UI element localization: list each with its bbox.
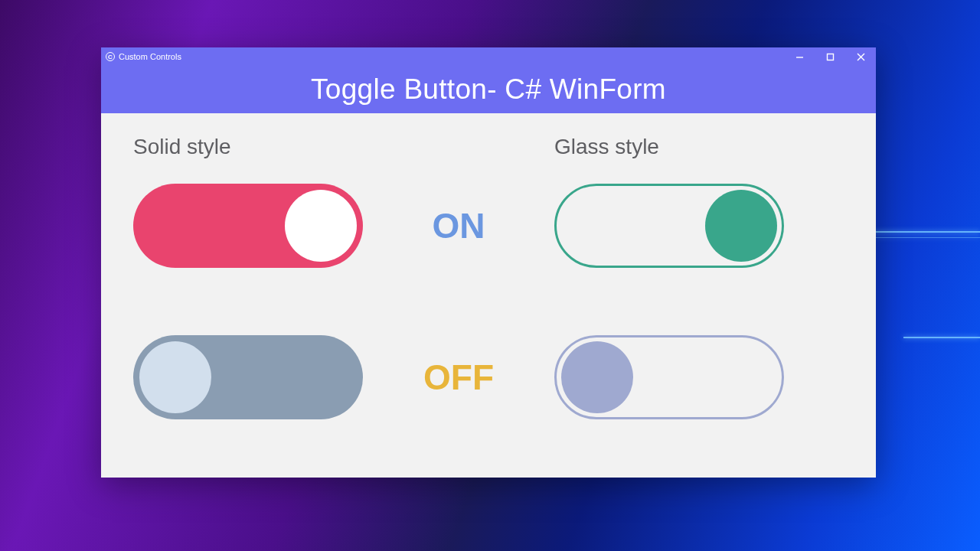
window-buttons: [784, 47, 876, 66]
close-button[interactable]: [845, 47, 876, 66]
solid-toggle-off[interactable]: [133, 335, 363, 419]
toggle-knob: [561, 341, 633, 413]
glass-toggle-off[interactable]: [554, 335, 784, 419]
toggle-knob: [705, 190, 777, 262]
solid-style-heading: Solid style: [133, 135, 363, 165]
status-on-label: ON: [401, 184, 516, 268]
decor-ray: [903, 337, 980, 338]
status-off-label: OFF: [401, 335, 516, 419]
window-title: Custom Controls: [119, 52, 181, 61]
solid-toggle-on[interactable]: [133, 184, 363, 268]
glass-toggle-on[interactable]: [554, 184, 784, 268]
toggle-knob: [139, 341, 211, 413]
decor-ray: [869, 237, 980, 238]
maximize-button[interactable]: [815, 47, 845, 66]
page-title: Toggle Button- C# WinForm: [311, 73, 666, 106]
toggle-knob: [285, 190, 357, 262]
svg-rect-1: [827, 54, 833, 60]
glass-style-heading: Glass style: [554, 135, 784, 165]
minimize-button[interactable]: [784, 47, 815, 66]
content-area: Solid style Glass style ON OFF: [101, 113, 876, 478]
maximize-icon: [826, 53, 835, 61]
titlebar[interactable]: C Custom Controls: [101, 47, 876, 66]
app-window: C Custom Controls Toggle Button- C# WinF…: [101, 47, 876, 478]
app-icon: C: [106, 52, 115, 61]
close-icon: [857, 53, 865, 61]
header-banner: Toggle Button- C# WinForm: [101, 66, 876, 113]
minimize-icon: [795, 53, 804, 61]
